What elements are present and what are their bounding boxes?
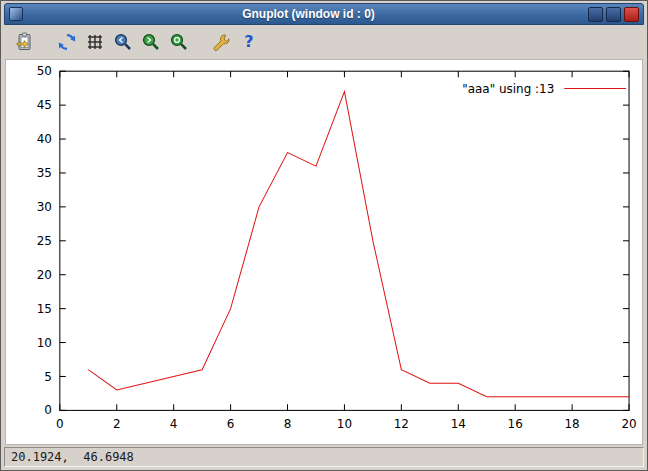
svg-text:10: 10 <box>37 336 52 350</box>
autoscale-icon <box>169 32 189 52</box>
svg-text:0: 0 <box>44 403 52 417</box>
zoom-next-icon <box>141 32 161 52</box>
maximize-button[interactable] <box>606 7 621 22</box>
toolbar-replot-button[interactable] <box>53 28 81 56</box>
svg-text:2: 2 <box>113 417 121 431</box>
svg-text:45: 45 <box>37 98 52 112</box>
toolbar-zoom-next-button[interactable] <box>137 28 165 56</box>
svg-text:0: 0 <box>56 417 64 431</box>
help-icon: ? <box>239 32 259 52</box>
window-title: Gnuplot (window id : 0) <box>29 4 588 24</box>
toolbar-help-button[interactable]: ? <box>235 28 263 56</box>
svg-text:18: 18 <box>565 417 580 431</box>
svg-text:20: 20 <box>37 268 52 282</box>
grid-icon <box>85 32 105 52</box>
toolbar-autoscale-button[interactable] <box>165 28 193 56</box>
svg-text:?: ? <box>244 32 253 51</box>
close-button[interactable] <box>624 7 639 22</box>
svg-text:8: 8 <box>284 417 292 431</box>
toolbar: ? <box>1 25 647 59</box>
replot-icon <box>57 32 77 52</box>
svg-text:30: 30 <box>37 200 52 214</box>
window-controls <box>588 7 639 22</box>
window-menu-icon[interactable] <box>9 7 23 21</box>
svg-text:50: 50 <box>37 64 52 78</box>
svg-text:40: 40 <box>37 132 52 146</box>
svg-text:15: 15 <box>37 302 52 316</box>
titlebar[interactable]: Gnuplot (window id : 0) <box>4 3 644 25</box>
svg-text:10: 10 <box>337 417 352 431</box>
cursor-coordinates: 20.1924, 46.6948 <box>11 450 134 464</box>
svg-text:"aaa" using :13: "aaa" using :13 <box>462 81 554 95</box>
clipboard-icon <box>15 32 35 52</box>
svg-text:4: 4 <box>170 417 178 431</box>
svg-text:14: 14 <box>451 417 466 431</box>
plot-svg[interactable]: 0246810121416182005101520253035404550"aa… <box>6 60 642 444</box>
plot-canvas[interactable]: 0246810121416182005101520253035404550"aa… <box>5 59 643 445</box>
toolbar-copy-button[interactable] <box>11 28 39 56</box>
svg-text:5: 5 <box>44 369 52 383</box>
svg-text:16: 16 <box>508 417 523 431</box>
gnuplot-window: Gnuplot (window id : 0) <box>0 0 648 471</box>
svg-text:20: 20 <box>621 417 636 431</box>
toolbar-config-button[interactable] <box>207 28 235 56</box>
zoom-previous-icon <box>113 32 133 52</box>
svg-text:25: 25 <box>37 234 52 248</box>
status-bar: 20.1924, 46.6948 <box>4 447 644 467</box>
toolbar-grid-button[interactable] <box>81 28 109 56</box>
svg-text:12: 12 <box>394 417 409 431</box>
toolbar-zoom-previous-button[interactable] <box>109 28 137 56</box>
svg-text:6: 6 <box>227 417 235 431</box>
minimize-button[interactable] <box>588 7 603 22</box>
wrench-icon <box>211 32 231 52</box>
svg-text:35: 35 <box>37 166 52 180</box>
